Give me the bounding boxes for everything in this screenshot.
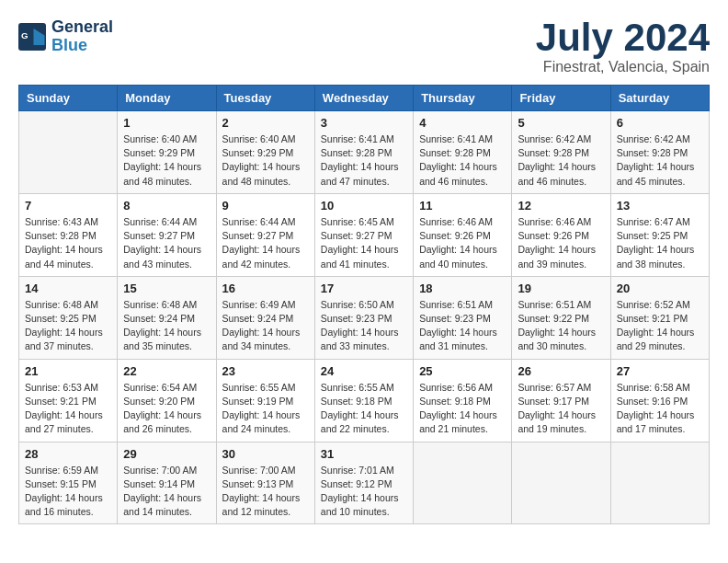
calendar-cell: 4Sunrise: 6:41 AM Sunset: 9:28 PM Daylig… <box>414 111 512 194</box>
logo-line2: Blue <box>51 37 113 55</box>
calendar-cell: 3Sunrise: 6:41 AM Sunset: 9:28 PM Daylig… <box>314 111 413 194</box>
calendar-cell: 28Sunrise: 6:59 AM Sunset: 9:15 PM Dayli… <box>19 442 118 524</box>
month-title: July 2024 <box>536 18 710 57</box>
day-number: 16 <box>222 282 309 295</box>
calendar-cell: 19Sunrise: 6:51 AM Sunset: 9:22 PM Dayli… <box>512 276 610 359</box>
calendar-cell: 7Sunrise: 6:43 AM Sunset: 9:28 PM Daylig… <box>19 193 118 276</box>
calendar-cell: 6Sunrise: 6:42 AM Sunset: 9:28 PM Daylig… <box>610 111 709 194</box>
day-number: 5 <box>518 116 604 130</box>
location-subtitle: Finestrat, Valencia, Spain <box>536 59 710 75</box>
day-number: 13 <box>617 199 703 213</box>
day-number: 30 <box>222 447 309 461</box>
day-number: 21 <box>25 364 111 378</box>
day-info: Sunrise: 6:51 AM Sunset: 9:22 PM Dayligh… <box>518 298 604 354</box>
calendar-cell: 1Sunrise: 6:40 AM Sunset: 9:29 PM Daylig… <box>118 111 216 194</box>
day-info: Sunrise: 6:48 AM Sunset: 9:24 PM Dayligh… <box>123 298 210 354</box>
day-info: Sunrise: 6:43 AM Sunset: 9:28 PM Dayligh… <box>25 215 111 271</box>
day-info: Sunrise: 6:47 AM Sunset: 9:25 PM Dayligh… <box>617 215 703 271</box>
day-header-wednesday: Wednesday <box>314 86 413 111</box>
day-header-friday: Friday <box>512 86 610 111</box>
calendar-cell: 12Sunrise: 6:46 AM Sunset: 9:26 PM Dayli… <box>512 193 610 276</box>
day-number: 7 <box>25 199 111 213</box>
day-header-sunday: Sunday <box>19 86 118 111</box>
calendar-cell: 16Sunrise: 6:49 AM Sunset: 9:24 PM Dayli… <box>216 276 314 359</box>
day-info: Sunrise: 6:45 AM Sunset: 9:27 PM Dayligh… <box>321 215 407 271</box>
day-number: 29 <box>123 447 210 461</box>
calendar-cell: 10Sunrise: 6:45 AM Sunset: 9:27 PM Dayli… <box>314 193 413 276</box>
calendar-cell: 5Sunrise: 6:42 AM Sunset: 9:28 PM Daylig… <box>512 111 610 194</box>
page-header: G General Blue July 2024 Finestrat, Vale… <box>18 18 710 75</box>
day-info: Sunrise: 6:56 AM Sunset: 9:18 PM Dayligh… <box>419 381 506 437</box>
day-info: Sunrise: 6:51 AM Sunset: 9:23 PM Dayligh… <box>419 298 506 354</box>
day-info: Sunrise: 6:52 AM Sunset: 9:21 PM Dayligh… <box>617 298 703 354</box>
calendar-cell: 13Sunrise: 6:47 AM Sunset: 9:25 PM Dayli… <box>610 193 709 276</box>
day-info: Sunrise: 6:59 AM Sunset: 9:15 PM Dayligh… <box>25 464 111 520</box>
day-info: Sunrise: 7:01 AM Sunset: 9:12 PM Dayligh… <box>321 464 407 520</box>
day-header-thursday: Thursday <box>414 86 512 111</box>
calendar-cell: 30Sunrise: 7:00 AM Sunset: 9:13 PM Dayli… <box>216 442 314 524</box>
day-number: 14 <box>25 282 111 295</box>
day-number: 17 <box>321 282 407 295</box>
week-row-5: 28Sunrise: 6:59 AM Sunset: 9:15 PM Dayli… <box>19 442 710 524</box>
calendar-cell: 31Sunrise: 7:01 AM Sunset: 9:12 PM Dayli… <box>314 442 413 524</box>
calendar-cell: 23Sunrise: 6:55 AM Sunset: 9:19 PM Dayli… <box>216 359 314 442</box>
calendar-cell <box>19 111 118 194</box>
calendar-cell: 14Sunrise: 6:48 AM Sunset: 9:25 PM Dayli… <box>19 276 118 359</box>
calendar-cell: 18Sunrise: 6:51 AM Sunset: 9:23 PM Dayli… <box>414 276 512 359</box>
day-info: Sunrise: 6:55 AM Sunset: 9:19 PM Dayligh… <box>222 381 309 437</box>
calendar-cell: 2Sunrise: 6:40 AM Sunset: 9:29 PM Daylig… <box>216 111 314 194</box>
day-info: Sunrise: 6:44 AM Sunset: 9:27 PM Dayligh… <box>123 215 210 271</box>
day-number: 15 <box>123 282 210 295</box>
svg-text:G: G <box>21 29 28 40</box>
calendar-table: SundayMondayTuesdayWednesdayThursdayFrid… <box>18 85 710 524</box>
day-number: 9 <box>222 199 309 213</box>
day-number: 12 <box>518 199 604 213</box>
calendar-cell: 25Sunrise: 6:56 AM Sunset: 9:18 PM Dayli… <box>414 359 512 442</box>
calendar-cell <box>610 442 709 524</box>
day-number: 28 <box>25 447 111 461</box>
week-row-2: 7Sunrise: 6:43 AM Sunset: 9:28 PM Daylig… <box>19 193 710 276</box>
day-number: 18 <box>419 282 506 295</box>
week-row-3: 14Sunrise: 6:48 AM Sunset: 9:25 PM Dayli… <box>19 276 710 359</box>
day-info: Sunrise: 6:40 AM Sunset: 9:29 PM Dayligh… <box>123 132 210 189</box>
day-info: Sunrise: 6:42 AM Sunset: 9:28 PM Dayligh… <box>617 132 703 189</box>
day-info: Sunrise: 6:41 AM Sunset: 9:28 PM Dayligh… <box>419 132 506 189</box>
day-number: 8 <box>123 199 210 213</box>
day-number: 1 <box>123 116 210 130</box>
day-header-saturday: Saturday <box>610 86 709 111</box>
day-info: Sunrise: 6:48 AM Sunset: 9:25 PM Dayligh… <box>25 298 111 354</box>
day-info: Sunrise: 6:41 AM Sunset: 9:28 PM Dayligh… <box>321 132 407 189</box>
day-number: 19 <box>518 282 604 295</box>
day-number: 27 <box>617 364 703 378</box>
week-row-4: 21Sunrise: 6:53 AM Sunset: 9:21 PM Dayli… <box>19 359 710 442</box>
day-number: 31 <box>321 447 407 461</box>
calendar-cell: 17Sunrise: 6:50 AM Sunset: 9:23 PM Dayli… <box>314 276 413 359</box>
title-area: July 2024 Finestrat, Valencia, Spain <box>536 18 710 75</box>
day-info: Sunrise: 6:54 AM Sunset: 9:20 PM Dayligh… <box>123 381 210 437</box>
calendar-cell <box>414 442 512 524</box>
calendar-cell: 11Sunrise: 6:46 AM Sunset: 9:26 PM Dayli… <box>414 193 512 276</box>
day-info: Sunrise: 6:57 AM Sunset: 9:17 PM Dayligh… <box>518 381 604 437</box>
calendar-cell: 9Sunrise: 6:44 AM Sunset: 9:27 PM Daylig… <box>216 193 314 276</box>
day-info: Sunrise: 6:46 AM Sunset: 9:26 PM Dayligh… <box>419 215 506 271</box>
day-number: 6 <box>617 116 703 130</box>
day-number: 11 <box>419 199 506 213</box>
day-number: 24 <box>321 364 407 378</box>
day-info: Sunrise: 6:55 AM Sunset: 9:18 PM Dayligh… <box>321 381 407 437</box>
calendar-cell: 29Sunrise: 7:00 AM Sunset: 9:14 PM Dayli… <box>118 442 216 524</box>
day-number: 20 <box>617 282 703 295</box>
day-number: 10 <box>321 199 407 213</box>
day-info: Sunrise: 6:44 AM Sunset: 9:27 PM Dayligh… <box>222 215 309 271</box>
day-info: Sunrise: 6:53 AM Sunset: 9:21 PM Dayligh… <box>25 381 111 437</box>
calendar-cell <box>512 442 610 524</box>
day-info: Sunrise: 6:50 AM Sunset: 9:23 PM Dayligh… <box>321 298 407 354</box>
calendar-cell: 27Sunrise: 6:58 AM Sunset: 9:16 PM Dayli… <box>610 359 709 442</box>
day-number: 2 <box>222 116 309 130</box>
logo-line1: General <box>51 18 113 37</box>
day-number: 26 <box>518 364 604 378</box>
calendar-cell: 15Sunrise: 6:48 AM Sunset: 9:24 PM Dayli… <box>118 276 216 359</box>
day-number: 25 <box>419 364 506 378</box>
day-number: 3 <box>321 116 407 130</box>
calendar-header-row: SundayMondayTuesdayWednesdayThursdayFrid… <box>19 86 710 111</box>
day-info: Sunrise: 7:00 AM Sunset: 9:13 PM Dayligh… <box>222 464 309 520</box>
